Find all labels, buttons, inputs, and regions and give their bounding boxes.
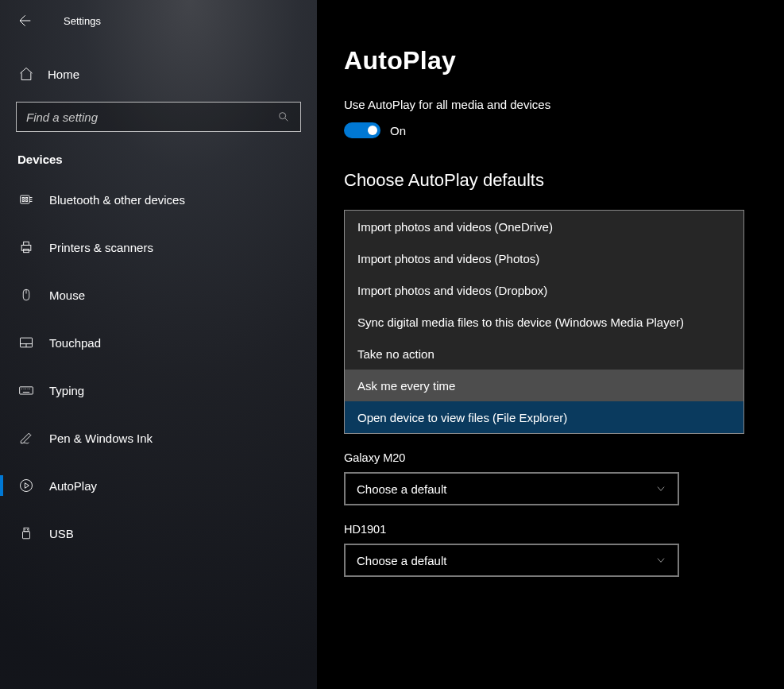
svg-rect-7 xyxy=(24,242,29,245)
dropdown-option[interactable]: Import photos and videos (Photos) xyxy=(345,242,743,274)
autoplay-toggle-label: Use AutoPlay for all media and devices xyxy=(344,98,784,111)
device-select[interactable]: Choose a default xyxy=(344,544,679,577)
touchpad-icon xyxy=(17,334,35,351)
content-pane: AutoPlay Use AutoPlay for all media and … xyxy=(317,0,784,689)
sidebar-item-usb[interactable]: USB xyxy=(0,509,317,557)
svg-point-21 xyxy=(21,480,33,492)
svg-rect-1 xyxy=(21,195,30,203)
search-box[interactable] xyxy=(16,102,301,132)
svg-rect-22 xyxy=(24,528,29,532)
toggle-row: On xyxy=(344,122,784,138)
toggle-state: On xyxy=(390,124,406,137)
chevron-down-icon xyxy=(655,483,666,494)
select-value: Choose a default xyxy=(357,554,446,567)
home-icon xyxy=(17,65,35,83)
sidebar-item-label: Mouse xyxy=(49,288,85,302)
sidebar-item-label: Pen & Windows Ink xyxy=(49,432,153,445)
title-bar: Settings xyxy=(0,0,317,35)
svg-rect-2 xyxy=(22,198,25,199)
sidebar-item-label: Touchpad xyxy=(49,336,101,350)
svg-rect-23 xyxy=(23,532,30,539)
sidebar-item-label: AutoPlay xyxy=(49,479,97,493)
sidebar: Settings Home Devices Bluetooth & other … xyxy=(0,0,317,689)
home-label: Home xyxy=(48,68,79,81)
sidebar-item-label: Typing xyxy=(49,384,84,397)
sidebar-item-label: Printers & scanners xyxy=(49,241,153,254)
search-input[interactable] xyxy=(26,110,276,124)
page-title: AutoPlay xyxy=(344,46,784,75)
svg-rect-5 xyxy=(25,200,28,202)
sidebar-item-pen[interactable]: Pen & Windows Ink xyxy=(0,414,317,462)
dropdown-option[interactable]: Import photos and videos (OneDrive) xyxy=(345,211,743,242)
home-nav[interactable]: Home xyxy=(0,57,317,91)
svg-rect-3 xyxy=(25,198,28,199)
pen-icon xyxy=(17,429,35,447)
mouse-icon xyxy=(17,286,35,304)
sidebar-item-mouse[interactable]: Mouse xyxy=(0,271,317,319)
search-icon xyxy=(276,110,291,124)
autoplay-dropdown-open[interactable]: Import photos and videos (OneDrive) Impo… xyxy=(344,210,744,434)
svg-rect-6 xyxy=(21,246,31,251)
svg-rect-4 xyxy=(22,200,25,202)
svg-rect-14 xyxy=(20,387,33,394)
dropdown-option[interactable]: Take no action xyxy=(345,338,743,370)
printer-icon xyxy=(17,238,35,256)
autoplay-toggle[interactable] xyxy=(344,122,380,138)
device-block: Galaxy M20 Choose a default xyxy=(344,451,784,505)
device-block: HD1901 Choose a default xyxy=(344,523,784,577)
back-icon[interactable] xyxy=(14,11,33,30)
sidebar-item-autoplay[interactable]: AutoPlay xyxy=(0,462,317,509)
dropdown-option[interactable]: Open device to view files (File Explorer… xyxy=(345,401,743,433)
autoplay-icon xyxy=(17,477,35,494)
nav-list: Bluetooth & other devices Printers & sca… xyxy=(0,176,317,557)
bluetooth-icon xyxy=(17,191,35,208)
sidebar-item-typing[interactable]: Typing xyxy=(0,366,317,414)
device-select[interactable]: Choose a default xyxy=(344,472,679,505)
app-title: Settings xyxy=(64,15,101,27)
svg-point-0 xyxy=(280,113,286,119)
select-value: Choose a default xyxy=(357,482,446,496)
device-name: Galaxy M20 xyxy=(344,451,784,464)
sidebar-item-label: Bluetooth & other devices xyxy=(49,193,185,207)
sidebar-item-bluetooth[interactable]: Bluetooth & other devices xyxy=(0,176,317,223)
sidebar-item-printers[interactable]: Printers & scanners xyxy=(0,223,317,271)
dropdown-option[interactable]: Sync digital media files to this device … xyxy=(345,306,743,338)
chevron-down-icon xyxy=(655,555,666,566)
keyboard-icon xyxy=(17,381,35,399)
category-title: Devices xyxy=(17,153,317,166)
sidebar-item-touchpad[interactable]: Touchpad xyxy=(0,319,317,366)
sidebar-item-label: USB xyxy=(49,527,74,540)
section-title: Choose AutoPlay defaults xyxy=(344,170,784,191)
dropdown-option[interactable]: Ask me every time xyxy=(345,370,743,401)
dropdown-option[interactable]: Import photos and videos (Dropbox) xyxy=(345,274,743,306)
device-name: HD1901 xyxy=(344,523,784,536)
usb-icon xyxy=(17,524,35,542)
